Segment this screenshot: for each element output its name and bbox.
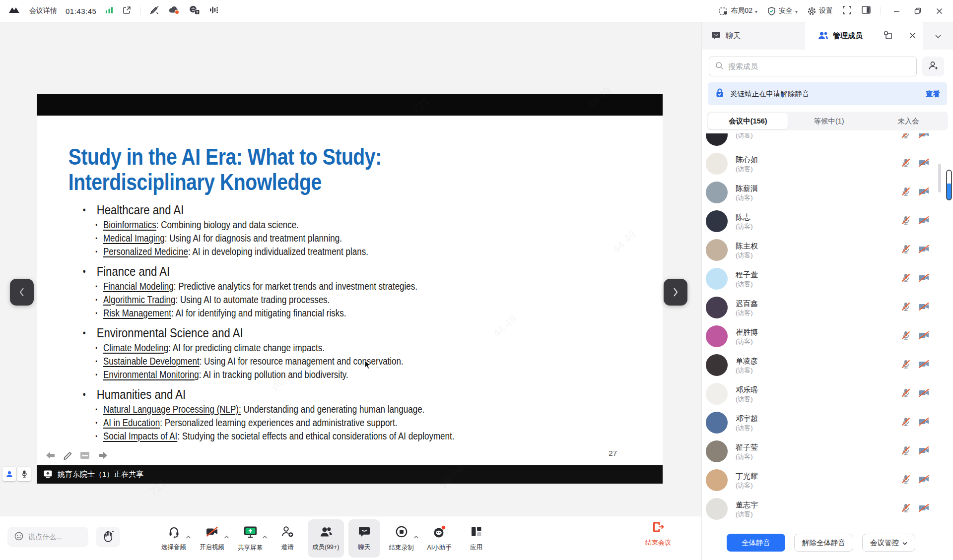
camera-off-icon[interactable] <box>918 330 930 343</box>
status-tab[interactable]: 等候中(1) <box>789 117 869 126</box>
mic-muted-icon[interactable] <box>900 502 911 515</box>
annotation-off-icon[interactable] <box>149 5 160 17</box>
fullscreen-icon[interactable] <box>842 5 852 17</box>
toolbar-button-audio[interactable]: 选择音频 <box>157 519 191 558</box>
member-row[interactable]: 陈志(访客) <box>702 207 953 236</box>
toolbar-button-apps[interactable]: 应用 <box>461 519 492 558</box>
next-slide-button[interactable] <box>664 279 687 306</box>
member-row[interactable]: (访客) <box>702 133 953 149</box>
mic-muted-icon[interactable] <box>900 186 911 199</box>
camera-off-icon[interactable] <box>918 215 930 228</box>
camera-off-icon[interactable] <box>918 157 930 170</box>
mic-muted-icon[interactable] <box>900 272 911 285</box>
bullet-item-text: Financial Modeling: Predictive analytics… <box>103 280 417 293</box>
mic-muted-icon[interactable] <box>900 244 911 256</box>
unmute-all-button[interactable]: 解除全体静音 <box>794 534 853 552</box>
banner-view-button[interactable]: 查看 <box>926 89 940 99</box>
caret-up-icon[interactable] <box>413 532 419 541</box>
presenter-next-icon[interactable] <box>97 450 109 462</box>
presenter-prev-icon[interactable] <box>45 450 57 462</box>
minimize-button[interactable] <box>890 5 902 17</box>
mic-muted-icon[interactable] <box>900 133 911 141</box>
collapse-panel-button[interactable] <box>923 22 953 50</box>
member-list-scrollbar[interactable] <box>938 164 941 192</box>
member-row[interactable]: 邓乐瑶(访客) <box>702 379 953 408</box>
member-row[interactable]: 丁光耀(访客) <box>702 466 953 495</box>
settings-button[interactable]: 设置 <box>807 6 833 16</box>
camera-off-icon[interactable] <box>918 133 930 141</box>
mic-muted-icon[interactable] <box>900 157 911 170</box>
mute-all-button[interactable]: 全体静音 <box>727 534 785 552</box>
voiceprint-icon[interactable] <box>209 5 220 16</box>
close-button[interactable] <box>933 5 945 17</box>
member-search-input[interactable]: 搜索成员 <box>709 57 917 76</box>
camera-off-icon[interactable] <box>918 474 930 487</box>
tab-manage-members[interactable]: 管理成员 <box>805 22 923 50</box>
member-row[interactable]: 陈薪洄(访客) <box>702 178 953 207</box>
popout-panel-icon[interactable] <box>884 31 892 41</box>
tab-chat[interactable]: 聊天 <box>702 22 805 50</box>
quick-chat-input[interactable]: 说点什么... <box>7 527 88 547</box>
toolbar-button-chat[interactable]: 聊天 <box>348 519 380 558</box>
status-tab[interactable]: 未入会 <box>869 117 948 126</box>
toolbar-button-video[interactable]: 开启视频 <box>195 519 229 558</box>
camera-off-icon[interactable] <box>918 502 930 515</box>
end-meeting-button[interactable]: 结束会议 <box>645 521 671 547</box>
status-tab[interactable]: 会议中(156) <box>708 113 788 129</box>
window-scrollbar-thumb[interactable] <box>946 170 952 200</box>
presenter-pen-icon[interactable] <box>63 450 73 462</box>
member-row[interactable]: 程子萱(访客) <box>702 264 953 293</box>
cloud-record-icon[interactable] <box>168 5 180 17</box>
add-member-button[interactable] <box>922 57 944 76</box>
mic-muted-icon[interactable] <box>900 445 911 458</box>
side-panel-toggle-icon[interactable] <box>861 5 871 16</box>
popout-window-icon[interactable] <box>122 5 132 17</box>
mic-muted-icon[interactable] <box>900 387 911 400</box>
close-panel-icon[interactable] <box>909 32 916 41</box>
meeting-details-button[interactable]: 会议详情 <box>29 6 57 15</box>
caret-up-icon[interactable] <box>262 532 268 541</box>
mic-muted-icon[interactable] <box>900 474 911 487</box>
member-row[interactable]: 翟子莹(访客) <box>702 437 953 466</box>
toolbar-button-share-screen[interactable]: 共享屏幕 <box>233 519 267 558</box>
toolbar-button-invite[interactable]: 邀请 <box>272 519 303 558</box>
caret-up-icon[interactable] <box>186 532 191 541</box>
camera-off-icon[interactable] <box>918 445 930 458</box>
camera-off-icon[interactable] <box>918 272 930 285</box>
member-row[interactable]: 董志宇(访客) <box>702 495 953 523</box>
camera-off-icon[interactable] <box>918 359 930 372</box>
toolbar-button-members[interactable]: 成员(99+) <box>308 519 344 558</box>
member-list[interactable]: (访客)陈心如(访客)陈薪洄(访客)陈志(访客)陈主权(访客)程子萱(访客)迟百… <box>702 133 953 523</box>
member-row[interactable]: 陈心如(访客) <box>702 149 953 178</box>
meeting-control-button[interactable]: 会议管控 <box>862 534 915 552</box>
mic-muted-icon[interactable] <box>900 416 911 429</box>
prev-slide-button[interactable] <box>10 279 34 306</box>
bullet-dot-icon: • <box>95 293 97 307</box>
caption-translate-icon[interactable]: T <box>189 5 201 17</box>
toolbar-buttons: 选择音频开启视频共享屏幕邀请成员(99+)聊天结束录制AI小助手应用 <box>157 519 492 558</box>
camera-off-icon[interactable] <box>918 416 930 429</box>
camera-off-icon[interactable] <box>918 387 930 400</box>
mic-muted-icon[interactable] <box>900 301 911 314</box>
toolbar-button-ai-assistant[interactable]: AI小助手 <box>423 519 456 558</box>
mic-chip-icon[interactable] <box>17 467 31 481</box>
camera-off-icon[interactable] <box>918 244 930 256</box>
camera-off-icon[interactable] <box>918 186 930 199</box>
member-row[interactable]: 崔胜博(访客) <box>702 322 953 351</box>
member-row[interactable]: 邓宇超(访客) <box>702 408 953 437</box>
camera-off-icon[interactable] <box>918 301 930 314</box>
security-button[interactable]: 安全▾ <box>767 6 798 16</box>
mic-muted-icon[interactable] <box>900 330 911 343</box>
toolbar-button-stop-record[interactable]: 结束录制 <box>385 519 418 558</box>
caret-up-icon[interactable] <box>224 532 229 541</box>
presenter-board-icon[interactable] <box>79 451 90 462</box>
member-row[interactable]: 单凌彦(访客) <box>702 351 953 379</box>
maximize-button[interactable] <box>912 5 924 17</box>
member-row[interactable]: 陈主权(访客) <box>702 236 953 264</box>
member-chip-icon[interactable] <box>2 467 16 481</box>
member-row[interactable]: 迟百鑫(访客) <box>702 293 953 322</box>
mic-muted-icon[interactable] <box>900 359 911 372</box>
mic-muted-icon[interactable] <box>900 215 911 228</box>
raise-hand-button[interactable] <box>96 527 120 547</box>
layout-button[interactable]: 布局02▾ <box>719 6 757 15</box>
